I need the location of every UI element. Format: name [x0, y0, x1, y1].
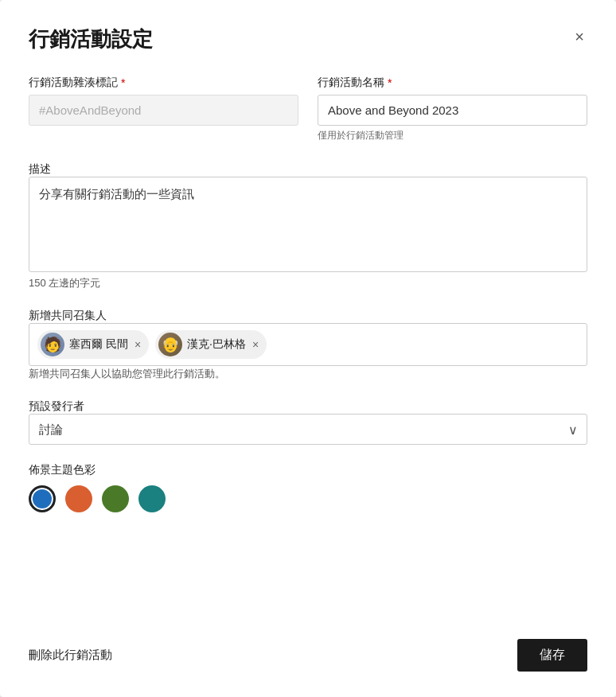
co-organizers-hint: 新增共同召集人以協助您管理此行銷活動。 — [29, 368, 225, 380]
avatar-1: 🧑 — [41, 333, 64, 356]
publisher-section: 預設發行者 討論 公告 問答 ∨ — [29, 399, 587, 445]
dialog-header: 行銷活動設定 × — [29, 25, 587, 53]
hashtag-input[interactable] — [29, 95, 298, 126]
dialog-title: 行銷活動設定 — [29, 25, 153, 53]
description-section: 描述 分享有關行銷活動的一些資訊 150 左邊的字元 — [29, 162, 587, 290]
char-count: 150 左邊的字元 — [29, 277, 100, 289]
color-swatch-blue[interactable] — [29, 485, 56, 512]
organizer-name-1: 塞西爾 民間 — [69, 337, 128, 352]
organizer-tag-1: 🧑 塞西爾 民間 × — [37, 330, 149, 359]
color-swatch-orange[interactable] — [65, 485, 92, 512]
organizer-tag-2: 👴 漢克·巴林格 × — [155, 330, 267, 359]
name-required-star: * — [388, 76, 392, 89]
hashtag-name-row: 行銷活動雜湊標記 * 行銷活動名稱 * 僅用於行銷活動管理 — [29, 76, 587, 142]
publisher-select[interactable]: 討論 公告 問答 — [29, 414, 587, 445]
campaign-name-input[interactable] — [318, 95, 587, 126]
color-swatch-teal[interactable] — [138, 485, 166, 512]
avatar-2: 👴 — [158, 333, 182, 356]
hashtag-group: 行銷活動雜湊標記 * — [29, 76, 298, 142]
name-group: 行銷活動名稱 * 僅用於行銷活動管理 — [318, 76, 587, 142]
settings-dialog: 行銷活動設定 × 行銷活動雜湊標記 * 行銷活動名稱 * 僅用於行銷活動管理 描… — [0, 0, 616, 697]
theme-colors-section: 佈景主題色彩 — [29, 462, 587, 512]
remove-organizer-2[interactable]: × — [251, 339, 259, 350]
remove-organizer-1[interactable]: × — [133, 339, 141, 350]
close-button[interactable]: × — [571, 25, 587, 48]
description-label: 描述 — [29, 162, 51, 175]
color-swatches — [29, 485, 587, 512]
co-organizers-label: 新增共同召集人 — [29, 309, 107, 321]
publisher-select-wrapper: 討論 公告 問答 ∨ — [29, 414, 587, 445]
theme-colors-label: 佈景主題色彩 — [29, 463, 96, 476]
name-label: 行銷活動名稱 * — [318, 76, 587, 90]
hashtag-required-star: * — [121, 76, 125, 89]
delete-campaign-button[interactable]: 刪除此行銷活動 — [29, 648, 112, 663]
organizer-name-2: 漢克·巴林格 — [187, 337, 246, 352]
co-organizers-box[interactable]: 🧑 塞西爾 民間 × 👴 漢克·巴林格 × — [29, 323, 587, 366]
description-textarea[interactable]: 分享有關行銷活動的一些資訊 — [29, 177, 587, 272]
publisher-label: 預設發行者 — [29, 399, 84, 412]
dialog-footer: 刪除此行銷活動 儲存 — [29, 620, 587, 672]
color-swatch-olive[interactable] — [102, 485, 129, 512]
co-organizers-section: 新增共同召集人 🧑 塞西爾 民間 × 👴 漢克·巴林格 × 新增共同召集人以協助… — [29, 308, 587, 381]
name-hint: 僅用於行銷活動管理 — [318, 129, 587, 142]
save-button[interactable]: 儲存 — [517, 639, 587, 672]
hashtag-label: 行銷活動雜湊標記 * — [29, 76, 298, 90]
